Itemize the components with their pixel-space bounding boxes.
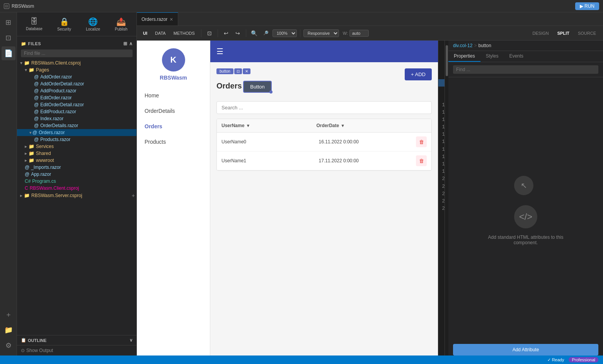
tree-item-editorder[interactable]: @ EditOrder.razor [17,94,136,101]
tree-item-program[interactable]: C# Program.cs [17,178,136,185]
add-button[interactable]: + ADD [405,68,432,80]
redo-btn[interactable]: ↪ [233,28,243,38]
activity-folder-icon[interactable]: 📁 [2,323,15,337]
title-bar: ⊟ RBSWasm ▶ RUN [0,0,603,12]
preview-nav-orderdetails[interactable]: OrderDetails [145,106,202,116]
preview-nav-orders[interactable]: Orders [145,122,202,131]
tree-item-addorderdetail[interactable]: @ AddOrderDetail.razor [17,80,136,87]
tree-item-addproduct[interactable]: @ AddProduct.razor [17,87,136,94]
table-header: UserName ▼ OrderDate ▼ [217,119,431,133]
zoom-out-btn[interactable]: 🔍 [249,28,259,38]
filter-icon-username[interactable]: ▼ [246,123,250,128]
hamburger-icon[interactable]: ☰ [216,47,223,56]
files-collapse-icon[interactable]: ∧ [129,41,133,46]
tree-item-orders[interactable]: ▾ @ Orders.razor [17,129,136,136]
tree-item-services[interactable]: ▸ 📁 Services [17,143,136,150]
sidebar-toolbar: 🗄 Database 🔒 Security 🌐 Localize 📤 Publi… [17,12,136,36]
toolbar-database[interactable]: 🗄 Database [23,15,46,33]
tree-label-server-project: RBSWasm.Server.csproj [31,193,82,198]
toolbar-security[interactable]: 🔒 Security [54,15,74,33]
tree-item-addorder[interactable]: @ AddOrder.razor [17,73,136,80]
activity-grid-icon[interactable]: ⊡ [2,31,15,45]
security-icon: 🔒 [60,17,69,26]
tab-data[interactable]: DATA [152,30,169,37]
tree-item-editproduct[interactable]: @ EditProduct.razor [17,108,136,115]
code-editor[interactable]: 2 3 <PageTitle>Orders</PageTitle> 4 <div… [438,41,448,355]
activity-add-bottom-icon[interactable]: ＋ [2,308,15,321]
device-icon-btn[interactable]: ⊡ [204,28,215,38]
tab-properties[interactable]: Properties [448,51,480,62]
title-bar-icon: ⊟ RBSWasm [4,3,34,9]
tab-ui[interactable]: UI [140,30,150,37]
tree-label-root-project: RBSWasm.Client.csproj [31,60,81,66]
tab-label: Orders.razor [141,17,167,22]
tree-item-shared[interactable]: ▸ 📁 Shared [17,150,136,157]
tab-events[interactable]: Events [504,51,529,62]
add-attribute-button[interactable]: Add Attribute [453,344,598,355]
tree-item-wwwroot[interactable]: ▸ 📁 wwwroot [17,157,136,164]
zoom-level-select[interactable]: 100% 75% 50% [273,29,297,37]
tree-item-products[interactable]: @ Products.razor [17,136,136,143]
toolbar-separator-3 [246,29,246,37]
design-btn-split[interactable]: SPLIT [554,30,573,37]
preview-search-input[interactable] [216,101,432,114]
tab-orders-razor[interactable]: Orders.razor × [137,12,178,26]
code-line-14: 14 <div class="col-12"> [438,131,445,138]
design-btn-source[interactable]: SOURCE [574,30,600,37]
preview-table: UserName ▼ OrderDate ▼ [216,119,432,171]
tree-label-program: Program.cs [32,179,56,184]
preview-nav-home[interactable]: Home [145,91,202,100]
preview-nav-products[interactable]: Products [145,137,202,146]
add-server-item-button[interactable]: + [130,192,136,199]
activity-settings-icon[interactable]: ⚙ [2,338,15,352]
content-area: Orders.razor × UI DATA METHODS ⊡ ↩ ↪ 🔍 🔎… [137,12,603,355]
scrollbar-thumb[interactable] [446,45,448,76]
props-search-input[interactable] [453,65,598,74]
table-row-0: UserName0 16.11.2022 0:00:00 🗑 [217,133,431,151]
code-line-21: 21 Data="@orders" Count=count LoadData=@… [438,183,445,191]
responsive-select[interactable]: Responsive [303,29,339,37]
preview-content: button ⊡ ✕ Orders Butto [210,62,438,177]
design-btn-design[interactable]: DESIGN [529,30,553,37]
activity-files-icon[interactable]: 📄 [2,46,15,60]
files-filter-icon[interactable]: ⊞ [123,41,128,46]
app-name: RBSWasm [12,3,34,9]
tree-item-editorderdetail[interactable]: @ EditOrderDetail.razor [17,101,136,108]
width-label: W: [343,31,348,36]
tab-close-icon[interactable]: × [170,16,173,22]
tree-item-pages-folder[interactable]: ▾ 📁 Pages [17,66,136,73]
cursor-symbol: ↖ [521,181,527,190]
activity-add-icon[interactable]: ⊞ [2,15,15,29]
tree-item-app[interactable]: @ App.razor [17,171,136,178]
show-output-bar[interactable]: ⊙ Show Output [17,345,136,355]
tree-item-orderdetails[interactable]: @ OrderDetails.razor [17,122,136,129]
tree-item-imports[interactable]: @ _Imports.razor [17,164,136,171]
button-delete-icon[interactable]: ✕ [243,68,250,74]
filter-icon-orderdate[interactable]: ▼ [341,123,345,128]
delete-btn-0[interactable]: 🗑 [416,136,427,147]
tree-item-csproj[interactable]: C RBSWasm.Client.csproj [17,185,136,192]
run-button[interactable]: ▶ RUN [575,2,599,10]
zoom-in-btn[interactable]: 🔎 [261,28,271,38]
outline-collapse-icon[interactable]: ∨ [129,338,133,343]
code-line-6: 6 <RadzenText Text="Orders" TextStyle="T… [438,72,445,79]
resize-handle[interactable] [269,90,273,94]
razor-icon-10: @ [34,137,39,142]
show-output-label: Show Output [26,348,53,353]
width-input[interactable] [349,30,369,37]
toolbar-localize[interactable]: 🌐 Localize [83,15,103,33]
toolbar-publish[interactable]: 📤 Publish [112,15,131,33]
button-copy-icon[interactable]: ⊡ [234,68,242,74]
undo-btn[interactable]: ↩ [221,28,231,38]
tab-methods[interactable]: METHODS [170,30,198,37]
breadcrumb-parent[interactable]: div.col-12 [453,43,472,48]
tab-styles[interactable]: Styles [480,51,504,62]
preview-orders-title: Orders [216,82,242,90]
code-line-16: 16 </div> [438,146,445,153]
tree-item-root-project[interactable]: ▾ 📁 RBSWasm.Client.csproj [17,60,136,66]
delete-btn-1[interactable]: 🗑 [416,155,427,166]
selected-button[interactable]: Button [243,81,272,93]
tree-item-server-project[interactable]: ▸ 📁 RBSWasm.Server.csproj + [17,192,136,199]
tree-item-index[interactable]: @ Index.razor [17,115,136,122]
search-file-input[interactable] [21,49,133,57]
